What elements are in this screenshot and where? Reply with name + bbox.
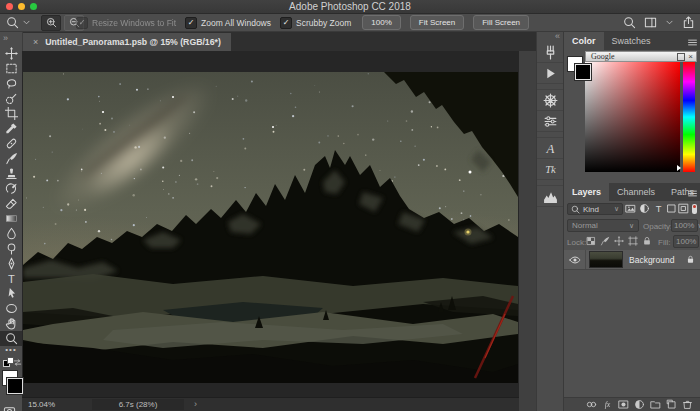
background-color-swatch[interactable] bbox=[7, 378, 23, 394]
crop-tool[interactable] bbox=[0, 106, 22, 121]
new-adjustment-layer-icon[interactable] bbox=[634, 399, 645, 410]
expand-toolbar-chevrons[interactable]: » bbox=[0, 32, 22, 46]
opacity-dropdown[interactable]: 100% ∨ bbox=[671, 219, 698, 232]
quick-select-tool[interactable] bbox=[0, 91, 22, 106]
brush-tool[interactable] bbox=[0, 151, 22, 166]
fill-dropdown[interactable]: 100% ∨ bbox=[673, 235, 699, 248]
canvas-image[interactable] bbox=[23, 72, 518, 383]
lock-artboard-icon[interactable] bbox=[628, 236, 638, 246]
panel-background-swatch[interactable] bbox=[575, 64, 591, 80]
new-group-icon[interactable] bbox=[650, 399, 661, 410]
svg-text:A: A bbox=[546, 141, 555, 155]
lock-row: Lock: Fill: 100% ∨ bbox=[564, 234, 700, 250]
type-tool[interactable]: T bbox=[0, 271, 22, 286]
layer-thumbnail[interactable] bbox=[589, 251, 623, 268]
lock-position-icon[interactable] bbox=[614, 236, 624, 246]
fill-screen-button[interactable]: Fill Screen bbox=[473, 15, 529, 30]
eraser-tool[interactable] bbox=[0, 196, 22, 211]
layer-filter-toggle[interactable] bbox=[692, 204, 697, 214]
lock-image-pixels-icon[interactable] bbox=[600, 236, 610, 246]
link-layers-icon[interactable] bbox=[586, 399, 597, 410]
actions-panel-button[interactable] bbox=[537, 63, 564, 84]
lock-transparent-pixels-icon[interactable] bbox=[586, 236, 596, 246]
layer-visibility-toggle[interactable] bbox=[564, 250, 586, 269]
photoshop-window: Adobe Photoshop CC 2018 ✓ Resize Windows… bbox=[0, 0, 700, 411]
document-tab[interactable]: × Untitled_Panorama1.psb @ 15% (RGB/16*) bbox=[23, 33, 231, 51]
edit-toolbar-ellipsis[interactable]: ••• bbox=[0, 346, 22, 356]
zoom-all-windows-checkbox[interactable]: ✓ Zoom All Windows bbox=[185, 17, 271, 29]
healing-tool[interactable] bbox=[0, 136, 22, 151]
filter-smart-objects-icon[interactable] bbox=[678, 203, 689, 214]
lock-all-icon[interactable] bbox=[642, 236, 652, 246]
zoom-percentage-field[interactable]: 15.04% bbox=[28, 400, 55, 409]
scrubby-zoom-checkbox[interactable]: ✓ Scrubby Zoom bbox=[280, 17, 351, 29]
glyphs-panel-button[interactable]: A bbox=[537, 138, 564, 159]
brush-settings-panel-button[interactable] bbox=[537, 42, 564, 63]
collapse-dock-chevrons[interactable]: « bbox=[537, 32, 564, 42]
fit-screen-button[interactable]: Fit Screen bbox=[410, 15, 464, 30]
search-icon[interactable] bbox=[623, 16, 636, 29]
tab-color[interactable]: Color bbox=[564, 32, 604, 50]
foreground-background-swatches[interactable] bbox=[0, 368, 22, 404]
blur-tool[interactable] bbox=[0, 226, 22, 241]
layers-panel-footer: fx bbox=[564, 397, 700, 411]
default-colors-widget[interactable] bbox=[0, 356, 22, 368]
histogram-panel-button[interactable] bbox=[537, 186, 564, 207]
google-floating-window[interactable]: Google × bbox=[585, 51, 697, 62]
gradient-tool[interactable] bbox=[0, 211, 22, 226]
close-tab-icon[interactable]: × bbox=[33, 37, 38, 47]
tab-channels[interactable]: Channels bbox=[609, 183, 663, 201]
maximize-window-icon[interactable] bbox=[677, 53, 685, 61]
share-icon[interactable] bbox=[682, 16, 695, 29]
layer-row-background[interactable]: Background bbox=[564, 250, 700, 270]
workspace-chevron-icon[interactable] bbox=[665, 18, 674, 27]
filter-pixel-layers-icon[interactable] bbox=[625, 203, 636, 214]
close-window-icon[interactable]: × bbox=[688, 54, 693, 60]
blend-mode-dropdown[interactable]: Normal ∨ bbox=[567, 219, 639, 232]
lasso-tool[interactable] bbox=[0, 76, 22, 91]
navigator-panel-button[interactable] bbox=[537, 90, 564, 111]
zoom-tool[interactable] bbox=[0, 331, 22, 346]
new-layer-icon[interactable] bbox=[666, 399, 677, 410]
filter-type-layers-icon[interactable]: T bbox=[653, 203, 664, 214]
history-brush-tool[interactable] bbox=[0, 181, 22, 196]
quick-mask-button[interactable] bbox=[3, 405, 22, 411]
zoom-in-button[interactable] bbox=[41, 15, 61, 31]
title-bar: Adobe Photoshop CC 2018 bbox=[0, 0, 700, 14]
panel-menu-icon[interactable] bbox=[687, 37, 698, 48]
saturation-brightness-field[interactable] bbox=[585, 62, 680, 172]
panel-menu-icon[interactable] bbox=[687, 188, 698, 199]
hand-tool[interactable] bbox=[0, 316, 22, 331]
zoom-100-button[interactable]: 100% bbox=[362, 15, 400, 30]
clone-stamp-tool[interactable] bbox=[0, 166, 22, 181]
tool-preset-chevron-icon[interactable] bbox=[22, 18, 31, 27]
properties-panel-button[interactable] bbox=[537, 111, 564, 132]
layer-style-fx-icon[interactable]: fx bbox=[602, 399, 613, 410]
layer-filter-kind-dropdown[interactable]: Kind ∨ bbox=[567, 203, 623, 215]
hue-slider[interactable] bbox=[683, 62, 695, 172]
delete-layer-icon[interactable] bbox=[682, 399, 693, 410]
tab-swatches[interactable]: Swatches bbox=[604, 32, 659, 50]
typekit-panel-button[interactable]: Tk bbox=[537, 159, 564, 180]
move-tool[interactable] bbox=[0, 46, 22, 61]
path-select-tool[interactable] bbox=[0, 286, 22, 301]
document-status-bar: 15.04% 6.7s (28%) › bbox=[22, 397, 519, 411]
marquee-tool[interactable] bbox=[0, 61, 22, 76]
resize-windows-to-fit-checkbox[interactable]: ✓ Resize Windows to Fit bbox=[76, 17, 176, 29]
filter-shape-layers-icon[interactable] bbox=[666, 203, 677, 214]
shape-tool[interactable] bbox=[0, 301, 22, 316]
status-options-chevron[interactable]: › bbox=[194, 399, 197, 409]
filter-adjustment-layers-icon[interactable] bbox=[639, 203, 650, 214]
pen-tool[interactable] bbox=[0, 256, 22, 271]
eyedropper-tool[interactable] bbox=[0, 121, 22, 136]
svg-text:Tk: Tk bbox=[545, 163, 556, 175]
document-tab-title: Untitled_Panorama1.psb @ 15% (RGB/16*) bbox=[45, 37, 221, 47]
workspace-icon[interactable] bbox=[644, 16, 657, 29]
dodge-tool[interactable] bbox=[0, 241, 22, 256]
tab-layers[interactable]: Layers bbox=[564, 183, 609, 201]
search-icon bbox=[571, 205, 580, 214]
add-layer-mask-icon[interactable] bbox=[618, 399, 629, 410]
status-info-field[interactable]: 6.7s (28%) bbox=[92, 399, 184, 410]
swap-colors-icon[interactable] bbox=[13, 358, 22, 367]
hue-slider-marker[interactable] bbox=[677, 165, 681, 171]
